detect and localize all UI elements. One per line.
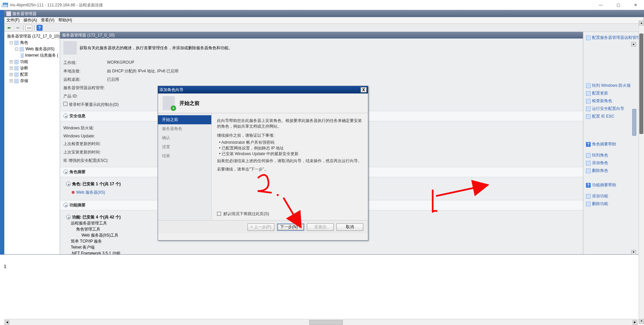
ie-icon bbox=[586, 114, 591, 119]
wizard-cancel-button[interactable]: 取消 bbox=[336, 223, 363, 231]
firewall-label: Windows 防火墙: bbox=[63, 125, 107, 131]
wizard-p4: 若要继续，请单击"下一步"。 bbox=[217, 167, 363, 172]
outer-scroll-down[interactable]: ▼ bbox=[639, 319, 644, 324]
remote-desktop-label: 远程桌面: bbox=[63, 77, 107, 82]
outer-scrollbar[interactable]: ▲ ▼ bbox=[639, 20, 644, 324]
tree-expander[interactable]: + bbox=[10, 67, 13, 70]
tree-expander[interactable]: - bbox=[15, 48, 18, 51]
lastcheck-label: 上次检查更新的时间: bbox=[63, 141, 124, 147]
wizard-next-button[interactable]: 下一步(N) > bbox=[277, 223, 304, 231]
wizard-p1: 此向导帮助您在此服务器上安装角色。根据要求此服务器执行的任务来确定要安装的角色，… bbox=[217, 118, 363, 129]
scroll-up-button[interactable]: ▲ bbox=[631, 42, 636, 47]
skip-label: 默认情况下将跳过此页(S) bbox=[223, 211, 269, 216]
forward-button[interactable]: ➡ bbox=[14, 25, 21, 31]
rdp-minimize-button[interactable]: — bbox=[595, 0, 606, 10]
hscroll-left[interactable]: ◀ bbox=[5, 320, 9, 325]
menu-help[interactable]: 帮助(H) bbox=[58, 17, 72, 23]
wizard-titlebar[interactable]: 添加角色向导 X bbox=[158, 86, 368, 93]
wizard-icon bbox=[586, 107, 591, 111]
scroll-down-button[interactable]: ▼ bbox=[631, 250, 636, 255]
inet-icon bbox=[20, 53, 24, 58]
rdp-icon bbox=[3, 3, 8, 7]
wizard-step-confirm[interactable]: 确认 bbox=[158, 133, 211, 142]
features-icon bbox=[14, 60, 19, 64]
tree-root[interactable]: 服务器管理器 (172_17_0_10) bbox=[7, 34, 60, 39]
add-icon bbox=[586, 194, 591, 199]
local-conn-value: 由 DHCP 分配的 IPv4 地址, IPv6 已启用 bbox=[107, 68, 580, 74]
roles-icon bbox=[14, 41, 19, 45]
wizard-main-text: 此向导帮助您在此服务器上安装角色。根据要求此服务器执行的任务来确定要安装的角色，… bbox=[212, 113, 368, 220]
update-icon bbox=[586, 91, 591, 96]
tree-config[interactable]: 配置 bbox=[20, 72, 28, 77]
collapse-icon[interactable] bbox=[63, 203, 68, 207]
wizard-header: 开始之前 bbox=[158, 93, 368, 113]
collapse-icon[interactable] bbox=[66, 215, 71, 219]
rdp-close-button[interactable]: ✕ bbox=[630, 0, 641, 10]
dont-show-console-checkbox[interactable] bbox=[63, 102, 67, 106]
scroll-thumb[interactable] bbox=[632, 109, 636, 136]
skip-checkbox[interactable] bbox=[217, 212, 221, 216]
help-icon: ? bbox=[586, 142, 591, 147]
collapse-icon[interactable] bbox=[66, 182, 71, 186]
config-icon bbox=[14, 72, 19, 77]
collapse-icon[interactable] bbox=[63, 170, 68, 174]
tree-diag[interactable]: 诊断 bbox=[20, 65, 28, 71]
menu-view[interactable]: 查看(V) bbox=[41, 17, 54, 23]
back-button[interactable]: ⬅ bbox=[6, 25, 12, 31]
workgroup-value: WORKGROUP bbox=[107, 60, 580, 66]
server-manager-titlebar[interactable]: 服务器管理器 bbox=[4, 10, 644, 17]
server-description: 获取有关此服务器状态的概述，执行首要管理任务，并添加或删除服务器角色和功能。 bbox=[79, 45, 232, 51]
wizard-install-button: 安装(I) bbox=[307, 223, 334, 231]
remove-icon bbox=[586, 169, 591, 173]
outer-scroll-thumb[interactable] bbox=[639, 34, 643, 134]
bottom-scrollbar[interactable]: ◀ ▶ bbox=[4, 319, 638, 325]
server-manager-title-text: 服务器管理器 bbox=[12, 11, 37, 17]
tree-inet[interactable]: Internet 信息服务 ( bbox=[25, 53, 58, 58]
wizard-step-progress[interactable]: 进度 bbox=[158, 142, 211, 151]
rdp-title-text: ins-4bpm825n-111 - 111.229.164.86 - 远程桌面… bbox=[10, 0, 103, 10]
menu-file[interactable]: 文件(F) bbox=[6, 17, 19, 23]
wizard-title-text: 添加角色向导 bbox=[159, 87, 183, 93]
toolbar-help-button[interactable]: ? bbox=[37, 25, 43, 31]
wizard-step-before[interactable]: 开始之前 bbox=[158, 115, 211, 124]
add-icon bbox=[586, 161, 591, 166]
wizard-step-result[interactable]: 结果 bbox=[158, 151, 211, 160]
wizard-header-icon bbox=[163, 96, 175, 110]
role-iis-link[interactable]: Web 服务器(IIS) bbox=[76, 190, 105, 195]
link-cfg-remote[interactable]: 配置服务器管理器远程管理 bbox=[586, 34, 641, 42]
wizard-header-text: 开始之前 bbox=[179, 100, 200, 107]
wizard-close-button[interactable]: X bbox=[361, 87, 367, 92]
tree-roles[interactable]: 角色 bbox=[20, 40, 28, 46]
server-manager-icon bbox=[6, 11, 11, 16]
iis-icon bbox=[19, 47, 24, 52]
collapse-icon[interactable] bbox=[63, 114, 68, 118]
help-icon: ? bbox=[586, 183, 591, 188]
tree-expander[interactable]: + bbox=[10, 79, 13, 82]
tree-expander[interactable]: - bbox=[10, 41, 13, 44]
tree-storage[interactable]: 存储 bbox=[20, 78, 28, 84]
sm-remote-label: 服务器管理器远程管理: bbox=[63, 85, 107, 91]
diag-icon bbox=[14, 66, 19, 71]
toolbar-props-button[interactable]: ▭ bbox=[25, 25, 32, 31]
hscroll-thumb[interactable] bbox=[309, 320, 343, 325]
menu-action[interactable]: 操作(A) bbox=[23, 17, 37, 23]
rdp-maximize-button[interactable]: ▢ bbox=[612, 0, 624, 10]
wizard-prev-button: < 上一步(P) bbox=[248, 223, 274, 231]
tree-iis[interactable]: Web 服务器(IIS) bbox=[25, 46, 54, 52]
dont-show-console-label: 登录时不要显示此控制台(D) bbox=[69, 102, 119, 108]
goto-icon bbox=[586, 153, 591, 158]
wizard-step-roles[interactable]: 服务器角色 bbox=[158, 124, 211, 133]
hscroll-right[interactable]: ▶ bbox=[633, 320, 637, 325]
storage-icon bbox=[14, 79, 19, 83]
tree-expander[interactable]: + bbox=[10, 73, 13, 76]
menu-bar: 文件(F) 操作(A) 查看(V) 帮助(H) bbox=[4, 17, 644, 24]
left-accent-bar bbox=[0, 10, 4, 255]
toolbar: ⬅ ➡ ▭ ? bbox=[4, 24, 644, 32]
tree-features[interactable]: 功能 bbox=[20, 59, 28, 65]
error-icon: ⊗ bbox=[71, 190, 75, 195]
rdp-titlebar: ins-4bpm825n-111 - 111.229.164.86 - 远程桌面… bbox=[0, 0, 644, 10]
tree-expander[interactable]: + bbox=[10, 60, 13, 63]
remove-icon bbox=[586, 202, 591, 206]
tree-pane[interactable]: 服务器管理器 (172_17_0_10) -角色 -Web 服务器(IIS) I… bbox=[4, 32, 60, 254]
outer-scroll-up[interactable]: ▲ bbox=[639, 21, 644, 25]
